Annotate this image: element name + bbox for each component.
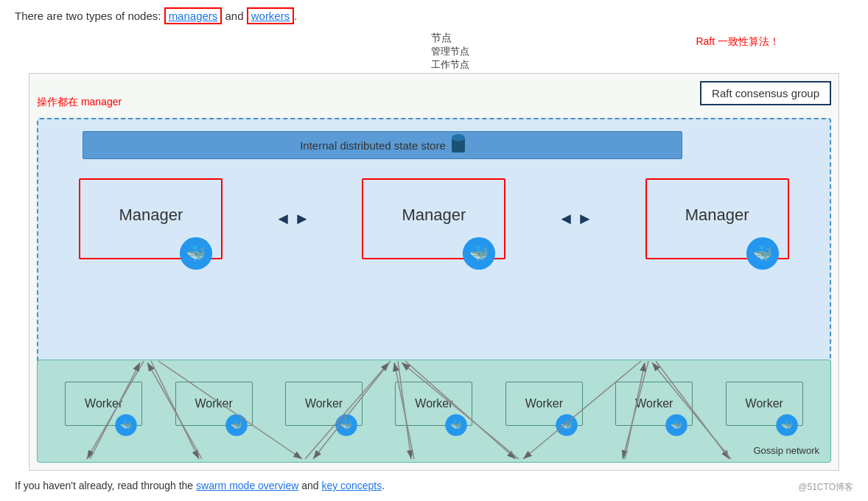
svg-text:🐳: 🐳	[671, 419, 682, 431]
workers-link[interactable]: workers	[251, 10, 290, 22]
key-concepts-link[interactable]: key concepts	[321, 480, 382, 491]
svg-text:🐳: 🐳	[186, 244, 206, 263]
manager-2-label: Manager	[402, 206, 466, 225]
manager-3-label: Manager	[685, 206, 749, 225]
operations-label: 操作都在 manager	[37, 96, 122, 109]
svg-text:🐳: 🐳	[753, 244, 773, 263]
worker-docker-icon-4: 🐳	[444, 413, 468, 437]
worker-node-1: Worker 🐳	[65, 382, 142, 426]
svg-text:🐳: 🐳	[781, 419, 793, 431]
manager-node-1: Manager 🐳	[79, 178, 223, 259]
svg-text:🐳: 🐳	[231, 419, 242, 431]
footer-text-after: .	[382, 480, 385, 491]
manager-node-cn-label: 管理节点	[431, 45, 469, 58]
arrow-2-3: ◄ ►	[558, 209, 593, 228]
raft-box-label: Raft consensus group	[712, 87, 819, 99]
svg-text:🐳: 🐳	[561, 419, 573, 431]
intro-text-before: There are two types of nodes:	[15, 10, 164, 22]
worker-docker-icon-5: 🐳	[555, 413, 578, 437]
worker-node-2: Worker 🐳	[175, 382, 253, 426]
manager-node-3: Manager 🐳	[645, 178, 789, 259]
managers-link[interactable]: managers	[169, 10, 218, 22]
docker-icon-2: 🐳	[461, 236, 497, 271]
footer-text-middle: and	[298, 480, 321, 491]
managers-row: Manager 🐳 ◄ ► Manager 🐳	[53, 178, 815, 259]
gossip-label: Gossip network	[753, 445, 819, 456]
node-cn-label: 节点	[431, 32, 469, 45]
svg-text:🐳: 🐳	[469, 244, 489, 263]
docker-icon-1: 🐳	[178, 236, 214, 271]
worker-docker-icon-3: 🐳	[335, 413, 358, 437]
state-store-label: Internal distributed state store	[300, 139, 446, 152]
docker-icon-3: 🐳	[745, 236, 780, 271]
worker-node-5: Worker 🐳	[505, 382, 583, 426]
intro-text-after: .	[294, 10, 297, 22]
worker-node-4: Worker 🐳	[395, 382, 472, 426]
intro-paragraph: There are two types of nodes: managers a…	[15, 7, 853, 24]
worker-section: Worker 🐳 Worker 🐳 Worker 🐳 Worker	[37, 360, 831, 463]
state-store-bar: Internal distributed state store	[83, 131, 682, 159]
manager-node-2: Manager 🐳	[362, 178, 505, 259]
db-icon	[452, 138, 465, 153]
manager-section: Internal distributed state store Manager…	[37, 118, 831, 368]
footer-paragraph: If you haven't already, read through the…	[15, 480, 853, 491]
svg-text:🐳: 🐳	[340, 419, 352, 431]
footer-text-before: If you haven't already, read through the	[15, 480, 196, 491]
svg-text:🐳: 🐳	[120, 419, 132, 431]
watermark: @51CTO博客	[798, 481, 853, 494]
worker-docker-icon-2: 🐳	[225, 413, 248, 437]
swarm-overview-link[interactable]: swarm mode overview	[196, 480, 298, 491]
svg-text:🐳: 🐳	[450, 419, 462, 431]
manager-1-label: Manager	[119, 206, 183, 225]
worker-docker-icon-7: 🐳	[775, 413, 799, 437]
worker-node-3: Worker 🐳	[285, 382, 363, 426]
arrow-1-2: ◄ ►	[275, 209, 310, 228]
worker-docker-icon-1: 🐳	[114, 413, 138, 437]
worker-node-cn-label: 工作节点	[431, 58, 469, 71]
main-diagram: 操作都在 manager Raft consensus group Intern…	[29, 73, 839, 471]
raft-cn-label: Raft 一致性算法！	[696, 35, 780, 47]
intro-and-text: and	[222, 10, 246, 22]
worker-node-6: Worker 🐳	[615, 382, 693, 426]
worker-docker-icon-6: 🐳	[665, 413, 688, 437]
worker-node-7: Worker 🐳	[726, 382, 803, 426]
raft-consensus-box: Raft consensus group	[700, 81, 831, 105]
